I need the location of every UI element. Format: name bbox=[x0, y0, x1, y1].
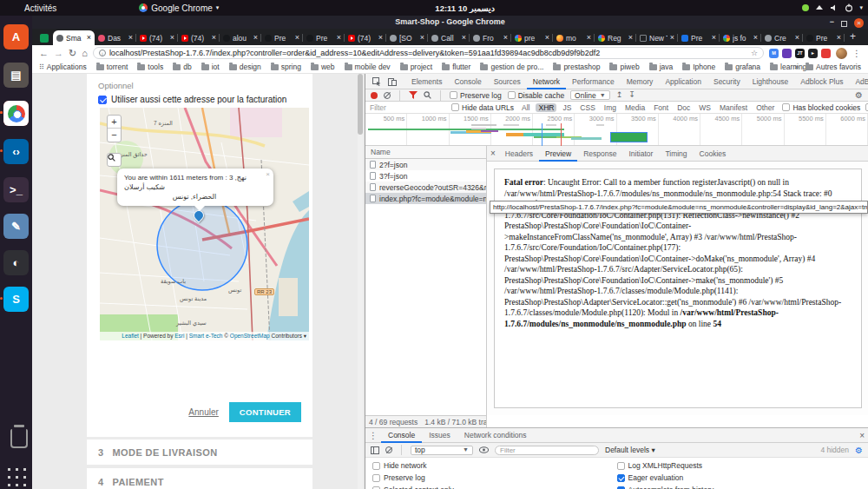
billing-checkbox[interactable] bbox=[98, 96, 107, 104]
bookmark-folder[interactable]: gestion de pro... bbox=[480, 63, 543, 71]
checkbox[interactable] bbox=[372, 474, 380, 482]
request-type-filter[interactable]: JS bbox=[560, 103, 574, 112]
tab-close-icon[interactable]: × bbox=[795, 34, 799, 42]
site-info-icon[interactable]: i bbox=[99, 50, 106, 56]
bookmark-folder[interactable]: web bbox=[311, 63, 335, 71]
bookmark-folder[interactable]: torrent bbox=[96, 63, 128, 71]
network-filter-input[interactable] bbox=[370, 103, 446, 112]
extension-icon[interactable]: ▸ bbox=[808, 49, 818, 58]
checkbox[interactable] bbox=[617, 474, 625, 482]
filter-funnel-icon[interactable] bbox=[409, 91, 418, 99]
extension-icon[interactable]: M bbox=[769, 49, 779, 58]
bookmark-folder[interactable]: project bbox=[400, 63, 433, 71]
zoom-in-button[interactable]: + bbox=[108, 116, 121, 129]
bookmarks-overflow-icon[interactable]: » bbox=[794, 63, 799, 71]
network-overview[interactable]: 500 ms1000 ms1500 ms2000 ms2500 ms3000 m… bbox=[365, 114, 868, 146]
detail-tab[interactable]: Cookies bbox=[694, 146, 733, 162]
detail-tab[interactable]: Preview bbox=[539, 146, 577, 162]
bookmark-folder[interactable]: mobile dev bbox=[345, 63, 391, 71]
request-row[interactable]: 2?f=json bbox=[365, 159, 486, 170]
request-type-filter[interactable]: Doc bbox=[674, 103, 693, 112]
detail-tab[interactable]: Response bbox=[577, 146, 622, 162]
browser-tab[interactable]: js fo × bbox=[720, 30, 761, 45]
browser-tab[interactable]: Pre × bbox=[803, 30, 845, 45]
browser-tab[interactable]: pre × bbox=[511, 30, 553, 45]
browser-tab[interactable]: Pre × bbox=[261, 30, 303, 45]
console-setting[interactable]: Log XMLHttpRequests bbox=[617, 461, 862, 470]
console-setting[interactable]: Preserve log bbox=[372, 473, 617, 482]
browser-tab[interactable]: alou × bbox=[220, 30, 261, 45]
checkbox[interactable] bbox=[617, 486, 625, 489]
billing-checkbox-row[interactable]: Utiliser aussi cette adresse pour la fac… bbox=[98, 95, 306, 104]
address-bar[interactable]: i localhost/PrestaShop-1.7.6.7/index.php… bbox=[93, 47, 764, 59]
devtools-tab[interactable]: Network bbox=[527, 74, 566, 89]
tab-close-icon[interactable]: × bbox=[587, 34, 591, 42]
section-payment[interactable]: 4 PAIEMENT bbox=[87, 468, 312, 489]
log-levels-dropdown[interactable]: Default levels ▾ bbox=[605, 446, 655, 454]
tab-close-icon[interactable]: × bbox=[378, 34, 383, 42]
dock-item[interactable]: ▤ bbox=[3, 63, 29, 88]
dock-item[interactable]: >_ bbox=[3, 177, 29, 202]
browser-tab[interactable]: (74) × bbox=[178, 30, 220, 45]
clear-icon[interactable] bbox=[384, 92, 391, 99]
clear-console-icon[interactable] bbox=[385, 446, 392, 453]
request-type-filter[interactable]: XHR bbox=[536, 103, 556, 112]
preserve-log-checkbox[interactable]: Preserve log bbox=[450, 91, 502, 100]
browser-tab[interactable]: Reg × bbox=[595, 30, 636, 45]
request-type-filter[interactable]: Manifest bbox=[717, 103, 750, 112]
tab-close-icon[interactable]: × bbox=[420, 34, 424, 42]
console-setting[interactable]: Autocomplete from history bbox=[617, 486, 862, 489]
request-row[interactable]: index.php?fc=module&module=ns_m... bbox=[365, 193, 486, 204]
bookmark-folder[interactable]: tools bbox=[137, 63, 163, 71]
detail-tab[interactable]: Headers bbox=[499, 146, 539, 162]
request-type-filter[interactable]: Other bbox=[753, 103, 777, 112]
tab-close-icon[interactable]: × bbox=[545, 34, 549, 42]
tab-close-icon[interactable]: × bbox=[753, 34, 758, 42]
browser-menu-icon[interactable]: ⋮ bbox=[852, 49, 861, 58]
popup-close-icon[interactable]: × bbox=[266, 170, 270, 180]
export-har-icon[interactable]: ↧ bbox=[628, 91, 635, 99]
request-row[interactable]: reverseGeocode?outSR=4326&returnI... bbox=[365, 182, 486, 193]
devtools-tab[interactable]: Adblock Plus bbox=[794, 74, 849, 89]
window-titlebar[interactable]: Smart-Shop - Google Chrome − × bbox=[32, 16, 868, 29]
context-selector[interactable]: top▼ bbox=[411, 446, 473, 455]
dock-item-app-grid[interactable] bbox=[3, 464, 29, 489]
browser-tab[interactable]: Pre × bbox=[303, 30, 345, 45]
scrollbar-thumb[interactable] bbox=[358, 74, 363, 135]
dock-item[interactable]: S bbox=[3, 287, 29, 312]
extension-icon[interactable]: JT bbox=[795, 49, 805, 58]
drawer-close-icon[interactable]: × bbox=[859, 431, 865, 440]
browser-tab[interactable]: Pre × bbox=[678, 30, 720, 45]
tab-close-icon[interactable]: × bbox=[462, 34, 466, 42]
search-icon[interactable] bbox=[424, 91, 431, 99]
import-har-icon[interactable]: ↥ bbox=[616, 91, 623, 99]
tab-close-icon[interactable]: × bbox=[837, 34, 841, 42]
bookmark-folder[interactable]: db bbox=[173, 63, 191, 71]
devtools-tab[interactable]: Console bbox=[448, 74, 487, 89]
forward-icon[interactable]: → bbox=[54, 46, 63, 60]
devtools-tab[interactable]: Lighthouse bbox=[746, 74, 795, 89]
other-bookmarks[interactable]: Autres favoris bbox=[806, 63, 861, 71]
tab-close-icon[interactable]: × bbox=[295, 34, 299, 42]
devtools-tab[interactable]: Security bbox=[707, 74, 746, 89]
tab-close-icon[interactable]: × bbox=[212, 34, 216, 42]
console-settings-icon[interactable]: ⚙ bbox=[855, 446, 863, 455]
console-filter-input[interactable] bbox=[495, 446, 599, 455]
bookmark-folder[interactable]: flutter bbox=[442, 63, 470, 71]
map-search-button[interactable] bbox=[107, 153, 122, 167]
inspect-element-icon[interactable] bbox=[369, 77, 385, 86]
checkbox[interactable] bbox=[508, 91, 516, 99]
browser-tab[interactable]: Das × bbox=[95, 30, 136, 45]
console-setting[interactable]: Eager evaluation bbox=[617, 473, 862, 482]
request-type-filter[interactable]: WS bbox=[696, 103, 713, 112]
tab-close-icon[interactable]: × bbox=[337, 34, 341, 42]
browser-tab[interactable]: mo × bbox=[553, 30, 595, 45]
detail-close-icon[interactable]: × bbox=[490, 149, 496, 158]
checkbox[interactable] bbox=[617, 462, 625, 470]
devtools-tab[interactable]: AdBlock bbox=[849, 74, 868, 89]
network-settings-icon[interactable]: ⚙ bbox=[855, 90, 863, 100]
bookmark-folder[interactable]: prestashop bbox=[553, 63, 600, 71]
request-type-filter[interactable]: All bbox=[519, 103, 532, 112]
devtools-tab[interactable]: Elements bbox=[405, 74, 448, 89]
tab-close-icon[interactable]: × bbox=[87, 34, 91, 42]
